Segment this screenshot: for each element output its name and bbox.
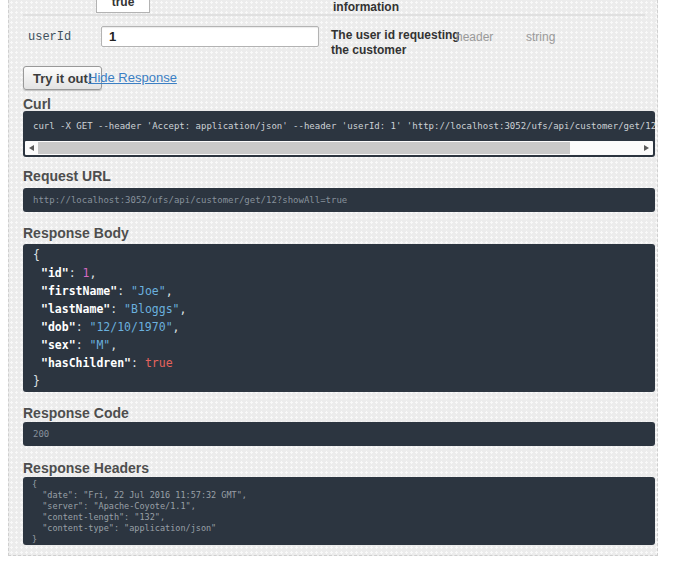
json-value-string: "Bloggs": [124, 302, 179, 316]
header-line: }: [32, 534, 646, 545]
response-headers-heading: Response Headers: [23, 460, 149, 476]
header-line: "content-length": "132",: [32, 512, 646, 523]
json-separator: :: [76, 338, 90, 352]
response-body-block: { "id": 1, "firstName": "Joe", "lastName…: [23, 244, 655, 392]
userid-description-line1: The user id requesting: [331, 28, 463, 43]
param-row-divider: [23, 14, 645, 16]
json-separator: :: [76, 320, 90, 334]
json-field-id: "id": 1,: [33, 264, 645, 282]
json-value-string: "Joe": [131, 284, 166, 298]
json-separator: :: [69, 266, 83, 280]
json-value-number: 1: [83, 266, 90, 280]
userid-param-input[interactable]: [101, 26, 319, 47]
response-body-heading: Response Body: [23, 225, 129, 241]
response-code-block: 200: [23, 422, 655, 446]
header-line: "content-type": "application/json": [32, 523, 646, 534]
json-separator: :: [131, 356, 145, 370]
scrollbar-thumb[interactable]: [38, 142, 570, 154]
showall-param-description-tail: information: [333, 0, 399, 14]
json-field-dob: "dob": "12/10/1970",: [33, 318, 645, 336]
json-value-string: "12/10/1970": [89, 320, 172, 334]
json-comma: ,: [173, 320, 180, 334]
curl-heading: Curl: [23, 96, 51, 112]
json-field-lastname: "lastName": "Bloggs",: [33, 300, 645, 318]
json-key: "lastName": [41, 302, 110, 316]
userid-description-line2: the customer: [331, 43, 463, 58]
json-comma: ,: [166, 284, 173, 298]
showall-param-input-clip: true: [96, 0, 150, 13]
scroll-right-arrow-icon[interactable]: [644, 145, 649, 151]
userid-param-type: header: [456, 30, 493, 44]
json-key: "firstName": [41, 284, 117, 298]
header-line: {: [32, 479, 646, 490]
header-line: "date": "Fri, 22 Jul 2016 11:57:32 GMT",: [32, 490, 646, 501]
json-field-haschildren: "hasChildren": true: [33, 354, 645, 372]
json-key: "id": [41, 266, 69, 280]
json-comma: ,: [110, 338, 117, 352]
userid-param-description: The user id requesting the customer: [331, 28, 463, 58]
header-line: "server": "Apache-Coyote/1.1",: [32, 501, 646, 512]
json-field-firstname: "firstName": "Joe",: [33, 282, 645, 300]
json-key: "hasChildren": [41, 356, 131, 370]
response-code-heading: Response Code: [23, 405, 129, 421]
json-open-brace: {: [33, 246, 645, 264]
request-url-heading: Request URL: [23, 168, 111, 184]
scroll-left-arrow-icon[interactable]: [29, 145, 34, 151]
showall-param-input[interactable]: true: [96, 0, 150, 13]
request-url-block: http://localhost:3052/ufs/api/customer/g…: [23, 188, 655, 212]
operation-try-it-out-panel: true information userId The user id requ…: [8, 0, 658, 556]
json-comma: ,: [180, 302, 187, 316]
json-key: "dob": [41, 320, 76, 334]
json-value-string: "M": [89, 338, 110, 352]
json-field-sex: "sex": "M",: [33, 336, 645, 354]
swagger-operation-response: { "panel": { "partial_param": { "value":…: [0, 0, 688, 576]
userid-data-type: string: [526, 30, 555, 44]
json-separator: :: [110, 302, 124, 316]
curl-code-block[interactable]: curl -X GET --header 'Accept: applicatio…: [23, 111, 655, 157]
json-value-boolean: true: [145, 356, 173, 370]
response-headers-block: { "date": "Fri, 22 Jul 2016 11:57:32 GMT…: [23, 477, 655, 545]
curl-command-text: curl -X GET --header 'Accept: applicatio…: [23, 111, 655, 142]
curl-horizontal-scrollbar[interactable]: [25, 141, 653, 155]
json-separator: :: [117, 284, 131, 298]
hide-response-link[interactable]: Hide Response: [88, 70, 177, 85]
json-close-brace: }: [33, 372, 645, 390]
userid-param-name: userId: [28, 30, 71, 44]
json-comma: ,: [90, 266, 97, 280]
json-key: "sex": [41, 338, 76, 352]
